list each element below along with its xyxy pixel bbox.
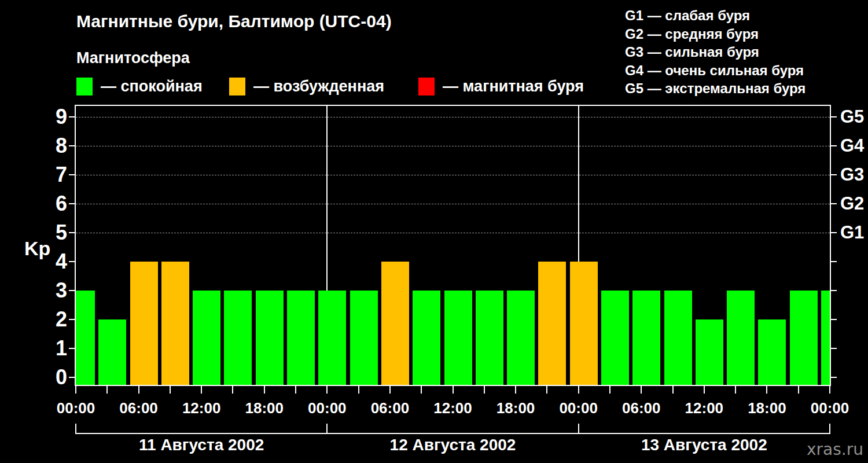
x-axis-tick bbox=[484, 385, 485, 394]
kp-bar bbox=[696, 319, 723, 385]
g-legend-line: G3 — сильная буря bbox=[625, 43, 806, 61]
kp-bar bbox=[98, 319, 126, 385]
date-axis-tick bbox=[326, 424, 328, 434]
gridline-kp-8 bbox=[76, 146, 830, 146]
y-axis-tick bbox=[69, 203, 76, 204]
gridline-kp-6 bbox=[76, 204, 830, 204]
kp-bar bbox=[758, 319, 786, 385]
subtitle: Магнитосфера bbox=[76, 49, 190, 67]
plot-area bbox=[75, 105, 831, 386]
legend-item-label: — возбужденная bbox=[253, 78, 384, 95]
gridline-kp-9 bbox=[76, 117, 830, 117]
x-axis-tick bbox=[264, 385, 265, 394]
y-axis-tick bbox=[69, 319, 76, 320]
y-tick-label: 3 bbox=[23, 278, 67, 303]
kp-bar bbox=[287, 291, 315, 385]
kp-bar bbox=[193, 291, 220, 385]
kp-bar bbox=[821, 291, 830, 385]
g-level-label: G4 bbox=[840, 135, 864, 157]
y-axis-tick bbox=[69, 232, 76, 233]
storm-color-swatch bbox=[418, 78, 435, 95]
date-label: 12 Августа 2002 bbox=[337, 436, 569, 454]
kp-bar bbox=[727, 291, 755, 385]
y-tick-label: 1 bbox=[23, 336, 67, 361]
date-label: 11 Августа 2002 bbox=[86, 436, 317, 454]
x-tick-label: 18:00 bbox=[732, 399, 801, 417]
x-tick-label: 06:00 bbox=[606, 399, 676, 417]
x-axis-tick bbox=[515, 385, 516, 394]
x-tick-label: 12:00 bbox=[418, 399, 488, 417]
y-axis-tick bbox=[69, 116, 76, 117]
x-axis-tick bbox=[421, 385, 422, 394]
g-legend-line: G4 — очень сильная буря bbox=[625, 61, 806, 80]
x-axis-tick bbox=[704, 385, 705, 394]
quiet-color-swatch bbox=[76, 78, 93, 95]
right-axis-tick bbox=[830, 261, 837, 262]
right-axis-tick bbox=[830, 174, 837, 175]
y-tick-label: 9 bbox=[23, 105, 67, 129]
kp-bar bbox=[161, 262, 189, 385]
x-axis-tick bbox=[295, 385, 296, 394]
y-tick-label: 4 bbox=[23, 249, 67, 274]
y-axis-tick bbox=[69, 348, 76, 349]
kp-bar bbox=[476, 291, 503, 385]
g-level-label: G3 bbox=[840, 164, 864, 186]
kp-bar bbox=[130, 262, 158, 385]
x-axis-tick bbox=[766, 385, 767, 394]
date-axis-tick bbox=[829, 424, 830, 434]
legend-item-excited: — возбужденная bbox=[229, 77, 384, 95]
gridline-kp-7 bbox=[76, 175, 830, 175]
legend-item-label: — спокойная bbox=[101, 78, 203, 95]
x-tick-label: 18:00 bbox=[230, 399, 299, 417]
kp-bar bbox=[507, 291, 535, 385]
kp-bar bbox=[538, 262, 566, 385]
date-axis-tick bbox=[75, 424, 76, 434]
g-legend-line: G2 — средняя буря bbox=[625, 25, 806, 43]
date-axis-line bbox=[75, 433, 830, 434]
g-level-label: G1 bbox=[840, 222, 864, 244]
kp-bar bbox=[632, 291, 660, 385]
x-axis-tick bbox=[798, 385, 799, 394]
x-tick-label: 06:00 bbox=[104, 399, 174, 417]
right-axis-tick bbox=[830, 116, 837, 117]
x-tick-label: 00:00 bbox=[544, 399, 613, 417]
kp-bar bbox=[601, 291, 629, 385]
kp-bar bbox=[790, 291, 818, 385]
x-axis-tick bbox=[232, 385, 233, 394]
x-axis-tick bbox=[106, 385, 108, 394]
y-axis-tick bbox=[69, 377, 76, 378]
y-axis-tick bbox=[69, 261, 76, 262]
y-axis-tick bbox=[69, 290, 76, 291]
kp-bar bbox=[350, 291, 378, 385]
kp-bar bbox=[381, 262, 409, 385]
g-level-label: G2 bbox=[840, 193, 864, 215]
kp-bar bbox=[224, 291, 252, 385]
y-tick-label: 8 bbox=[23, 134, 67, 158]
g-scale-legend: G1 — слабая буряG2 — средняя буряG3 — си… bbox=[625, 6, 806, 98]
y-tick-label: 2 bbox=[23, 307, 67, 332]
kp-bar bbox=[318, 291, 346, 385]
kp-bar bbox=[76, 291, 95, 385]
g-level-label: G5 bbox=[840, 106, 864, 128]
x-tick-label: 12:00 bbox=[670, 399, 739, 417]
y-tick-label: 0 bbox=[23, 365, 67, 389]
y-tick-label: 7 bbox=[23, 163, 67, 187]
x-tick-label: 00:00 bbox=[41, 399, 111, 417]
x-tick-label: 12:00 bbox=[167, 399, 236, 417]
x-tick-label: 18:00 bbox=[481, 399, 550, 417]
right-axis-tick bbox=[830, 145, 837, 146]
right-axis-tick bbox=[830, 203, 837, 204]
x-axis-tick bbox=[358, 385, 359, 394]
right-axis-tick bbox=[830, 232, 837, 233]
right-axis-tick bbox=[830, 377, 837, 378]
page-title: Магнитные бури, Балтимор (UTC-04) bbox=[76, 12, 392, 31]
y-axis-tick bbox=[69, 174, 76, 175]
magnetic-storms-chart: Магнитные бури, Балтимор (UTC-04) Магнит… bbox=[0, 0, 868, 463]
y-tick-label: 6 bbox=[23, 192, 67, 216]
x-axis-tick bbox=[829, 385, 830, 394]
x-axis-tick bbox=[672, 385, 674, 394]
y-tick-label: 5 bbox=[23, 221, 67, 245]
x-axis-tick bbox=[326, 385, 328, 394]
x-axis-tick bbox=[546, 385, 547, 394]
x-axis-tick bbox=[389, 385, 391, 394]
